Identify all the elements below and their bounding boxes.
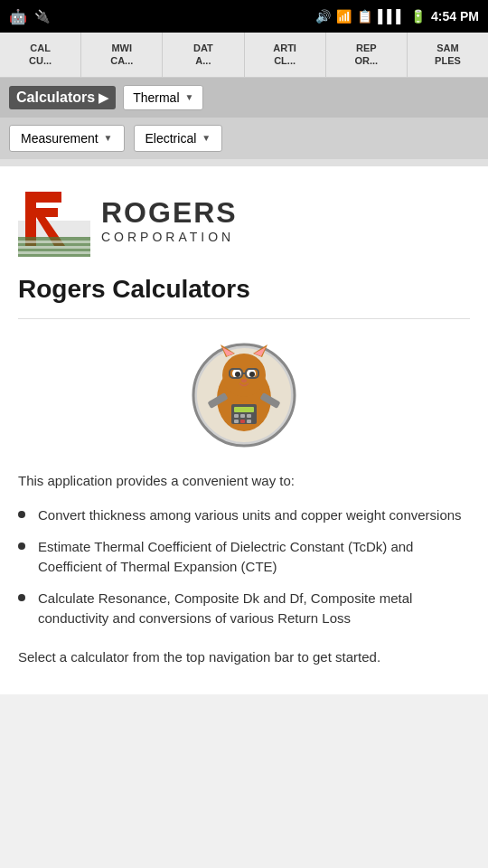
tab-mwi[interactable]: MWI CA... (81, 33, 163, 77)
electrical-dropdown[interactable]: Electrical ▼ (134, 125, 223, 152)
logo-area: ROGERS CORPORATION (18, 184, 470, 257)
measurement-caret-icon: ▼ (104, 133, 113, 143)
tab-mwi-line2: CA... (110, 55, 133, 66)
svg-point-19 (235, 372, 240, 377)
tab-reports[interactable]: REP OR... (326, 33, 408, 77)
thermal-caret-icon: ▼ (185, 92, 194, 102)
tab-articles-line1: ARTI (273, 42, 296, 53)
page-title: Rogers Calculators (18, 275, 470, 304)
bullet-text-2: Estimate Thermal Coefficient of Dielectr… (38, 537, 470, 578)
electrical-caret-icon: ▼ (202, 133, 211, 143)
measurement-label: Measurement (21, 131, 99, 146)
toolbar: Calculators ▶ Thermal ▼ (0, 78, 488, 118)
wifi-icon: 📶 (336, 9, 352, 24)
bullet-dot-icon (18, 594, 25, 601)
select-instructions-text: Select a calculator from the top navigat… (18, 647, 470, 668)
tab-samples-line1: SAM (436, 42, 458, 53)
android-icon: 🤖 (9, 8, 27, 25)
svg-rect-29 (234, 414, 239, 418)
measurement-dropdown[interactable]: Measurement ▼ (9, 125, 125, 152)
sim-icon: 📋 (357, 9, 372, 24)
calculators-label[interactable]: Calculators ▶ (9, 86, 116, 109)
forward-arrow-icon: ▶ (99, 90, 108, 105)
svg-rect-8 (18, 251, 90, 254)
tab-calc-line1: CAL (30, 42, 51, 53)
svg-rect-6 (18, 241, 90, 243)
bullet-dot-icon (18, 542, 25, 550)
svg-rect-3 (25, 192, 61, 203)
rogers-logo-svg (18, 184, 90, 257)
list-item: Convert thickness among various units an… (18, 505, 470, 526)
mascot-area (18, 341, 470, 449)
bullet-list: Convert thickness among various units an… (18, 505, 470, 629)
filter-row: Measurement ▼ Electrical ▼ (0, 118, 488, 159)
svg-rect-33 (240, 420, 245, 423)
svg-rect-32 (234, 420, 239, 423)
thermal-dropdown[interactable]: Thermal ▼ (123, 85, 203, 110)
tab-samples-line2: PLES (435, 55, 461, 66)
svg-rect-28 (234, 407, 254, 412)
tab-data[interactable]: DAT A... (163, 33, 244, 77)
svg-rect-34 (247, 420, 251, 423)
tab-rep-line1: REP (356, 42, 377, 53)
tab-data-line2: A... (195, 55, 211, 66)
nav-tabs: CAL CU... MWI CA... DAT A... ARTI CL... … (0, 33, 488, 78)
description-text: This application provides a convenient w… (18, 471, 470, 492)
list-item: Estimate Thermal Coefficient of Dielectr… (18, 537, 470, 578)
tab-articles[interactable]: ARTI CL... (245, 33, 326, 77)
signal-icon: ▌▌▌ (378, 9, 405, 24)
sound-icon: 🔊 (315, 9, 331, 24)
status-left-icons: 🤖 🔌 (9, 8, 50, 25)
svg-point-24 (241, 379, 247, 382)
bullet-text-3: Calculate Resonance, Composite Dk and Df… (38, 589, 470, 629)
tab-rep-line2: OR... (354, 55, 378, 66)
usb-icon: 🔌 (34, 9, 50, 24)
logo-subtitle: CORPORATION (101, 230, 238, 244)
calculators-text: Calculators (16, 90, 95, 106)
tab-calculators[interactable]: CAL CU... (0, 33, 81, 77)
electrical-label: Electrical (145, 131, 197, 146)
time-display: 4:54 PM (431, 9, 479, 24)
tab-mwi-line1: MWI (111, 42, 132, 53)
mascot-icon (190, 341, 298, 449)
svg-rect-31 (247, 414, 251, 418)
tab-samples[interactable]: SAM PLES (408, 33, 488, 77)
title-divider (18, 318, 470, 319)
svg-rect-30 (240, 414, 245, 418)
list-item: Calculate Resonance, Composite Dk and Df… (18, 589, 470, 629)
svg-point-20 (249, 372, 255, 377)
battery-icon: 🔋 (410, 9, 426, 24)
logo-company-name: ROGERS (101, 196, 238, 230)
status-right-icons: 🔊 📶 📋 ▌▌▌ 🔋 4:54 PM (315, 9, 479, 24)
logo-text-group: ROGERS CORPORATION (101, 196, 238, 244)
status-bar: 🤖 🔌 🔊 📶 📋 ▌▌▌ 🔋 4:54 PM (0, 0, 488, 33)
thermal-label: Thermal (133, 90, 179, 105)
svg-rect-7 (18, 246, 90, 249)
separator (0, 159, 488, 166)
tab-articles-line2: CL... (274, 55, 296, 66)
bullet-dot-icon (18, 511, 25, 518)
bullet-text-1: Convert thickness among various units an… (38, 505, 462, 526)
tab-data-line1: DAT (193, 42, 213, 53)
svg-rect-4 (25, 208, 58, 217)
tab-calc-line2: CU... (29, 55, 52, 66)
main-content: ROGERS CORPORATION Rogers Calculators (0, 166, 488, 695)
